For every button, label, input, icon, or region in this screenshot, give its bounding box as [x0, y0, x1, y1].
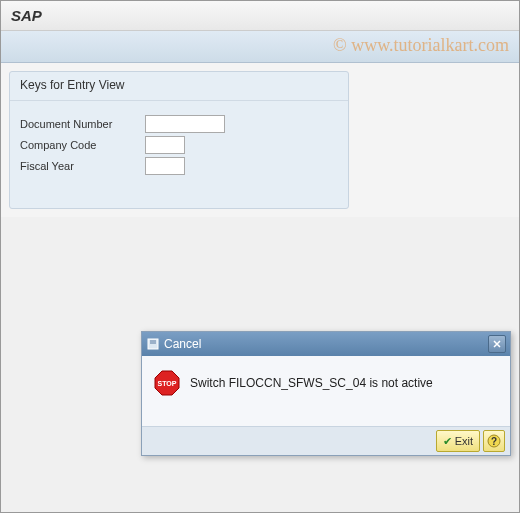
- input-company-code[interactable]: [145, 136, 185, 154]
- field-row-company-code: Company Code: [20, 136, 338, 154]
- group-title: Keys for Entry View: [10, 72, 348, 101]
- toolbar: © www.tutorialkart.com: [1, 31, 519, 63]
- entry-view-group: Keys for Entry View Document Number Comp…: [9, 71, 349, 209]
- help-icon: ?: [487, 434, 501, 448]
- group-body: Document Number Company Code Fiscal Year: [10, 101, 348, 208]
- label-document-number: Document Number: [20, 118, 145, 130]
- exit-button[interactable]: ✔ Exit: [436, 430, 480, 452]
- dialog-title: Cancel: [164, 337, 488, 351]
- cancel-dialog: Cancel STOP Switch FILOCCN_SFWS_SC_04 is…: [141, 331, 511, 456]
- watermark-text: © www.tutorialkart.com: [333, 35, 509, 56]
- dialog-title-icon: [146, 337, 160, 351]
- dialog-titlebar[interactable]: Cancel: [142, 332, 510, 356]
- svg-text:STOP: STOP: [158, 380, 177, 387]
- help-button[interactable]: ?: [483, 430, 505, 452]
- svg-text:?: ?: [491, 436, 497, 447]
- dialog-body: STOP Switch FILOCCN_SFWS_SC_04 is not ac…: [142, 356, 510, 426]
- label-company-code: Company Code: [20, 139, 145, 151]
- close-icon: [492, 339, 502, 349]
- label-fiscal-year: Fiscal Year: [20, 160, 145, 172]
- stop-icon: STOP: [154, 370, 180, 396]
- check-icon: ✔: [443, 435, 452, 448]
- field-row-document-number: Document Number: [20, 115, 338, 133]
- field-row-fiscal-year: Fiscal Year: [20, 157, 338, 175]
- app-title: SAP: [11, 7, 42, 24]
- dialog-footer: ✔ Exit ?: [142, 426, 510, 455]
- exit-button-label: Exit: [455, 435, 473, 447]
- content-area: Keys for Entry View Document Number Comp…: [1, 63, 519, 217]
- input-document-number[interactable]: [145, 115, 225, 133]
- dialog-close-button[interactable]: [488, 335, 506, 353]
- dialog-message: Switch FILOCCN_SFWS_SC_04 is not active: [190, 376, 433, 390]
- input-fiscal-year[interactable]: [145, 157, 185, 175]
- app-title-bar: SAP: [1, 1, 519, 31]
